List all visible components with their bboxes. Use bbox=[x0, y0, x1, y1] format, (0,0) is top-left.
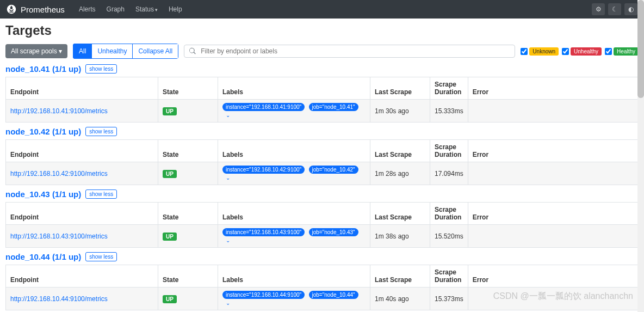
filter-unhealthy[interactable]: Unhealthy bbox=[92, 44, 133, 59]
toggle-unhealthy[interactable]: Unhealthy bbox=[562, 47, 602, 56]
label-pill-instance: instance="192.168.10.43:9100" bbox=[222, 228, 305, 236]
th-state: State bbox=[158, 77, 218, 100]
page-title: Targets bbox=[5, 23, 639, 38]
filter-group: All Unhealthy Collapse All bbox=[73, 44, 178, 59]
collapse-all[interactable]: Collapse All bbox=[133, 44, 178, 59]
brand-text: Prometheus bbox=[21, 5, 65, 14]
th-duration: Scrape Duration bbox=[430, 77, 468, 100]
state-badge: UP bbox=[163, 295, 177, 303]
caret-down-icon: ▾ bbox=[59, 47, 62, 55]
scrape-duration: 17.094ms bbox=[430, 162, 468, 185]
th-duration: Scrape Duration bbox=[430, 140, 468, 162]
expand-labels-icon[interactable]: ⌄ bbox=[226, 300, 230, 306]
nav-help[interactable]: Help bbox=[163, 5, 188, 13]
pool: node_10.43 (1/1 up) show less Endpoint S… bbox=[5, 189, 639, 248]
theme-toggle-moon-icon[interactable]: ☾ bbox=[608, 3, 621, 15]
scrape-pools-dropdown[interactable]: All scrape pools ▾ bbox=[5, 44, 67, 58]
nav-graph[interactable]: Graph bbox=[101, 5, 130, 13]
pool-title[interactable]: node_10.42 (1/1 up) bbox=[5, 127, 81, 136]
targets-table: Endpoint State Labels Last Scrape Scrape… bbox=[5, 202, 639, 248]
table-row: http://192.168.10.44:9100/metrics UP ins… bbox=[6, 287, 639, 310]
th-last-scrape: Last Scrape bbox=[370, 140, 430, 162]
filter-all[interactable]: All bbox=[73, 44, 92, 59]
label-pill-instance: instance="192.168.10.41:9100" bbox=[222, 103, 305, 111]
show-less-button[interactable]: show less bbox=[85, 64, 117, 74]
th-endpoint: Endpoint bbox=[6, 140, 158, 162]
th-duration: Scrape Duration bbox=[430, 265, 468, 287]
th-error: Error bbox=[468, 77, 638, 100]
scrape-duration: 15.373ms bbox=[430, 287, 468, 310]
expand-labels-icon[interactable]: ⌄ bbox=[226, 237, 230, 243]
toggle-healthy[interactable]: Healthy bbox=[605, 47, 639, 56]
scrape-duration: 15.333ms bbox=[430, 100, 468, 123]
table-row: http://192.168.10.41:9100/metrics UP ins… bbox=[6, 100, 639, 123]
th-endpoint: Endpoint bbox=[6, 265, 158, 287]
th-labels: Labels bbox=[218, 140, 370, 162]
targets-table: Endpoint State Labels Last Scrape Scrape… bbox=[5, 77, 639, 123]
label-pill-job: job="node_10.41" bbox=[309, 103, 358, 111]
last-scrape: 1m 28s ago bbox=[370, 162, 430, 185]
endpoint-link[interactable]: http://192.168.10.42:9100/metrics bbox=[10, 170, 108, 178]
last-scrape: 1m 38s ago bbox=[370, 225, 430, 248]
endpoint-link[interactable]: http://192.168.10.44:9100/metrics bbox=[10, 295, 108, 303]
pool-title[interactable]: node_10.44 (1/1 up) bbox=[5, 252, 81, 261]
state-badge: UP bbox=[163, 233, 177, 241]
label-pill-instance: instance="192.168.10.42:9100" bbox=[222, 166, 305, 174]
th-error: Error bbox=[468, 203, 638, 225]
label-pill-job: job="node_10.42" bbox=[309, 166, 358, 174]
search-wrap bbox=[184, 45, 515, 58]
error-cell bbox=[468, 225, 638, 248]
state-badge: UP bbox=[163, 107, 177, 115]
state-badge: UP bbox=[163, 170, 177, 178]
pool-title[interactable]: node_10.43 (1/1 up) bbox=[5, 189, 81, 199]
scrape-duration: 15.520ms bbox=[430, 225, 468, 248]
label-pill-job: job="node_10.43" bbox=[309, 228, 358, 236]
prometheus-logo-icon bbox=[7, 4, 16, 14]
endpoint-link[interactable]: http://192.168.10.43:9100/metrics bbox=[10, 233, 108, 240]
status-filter-badges: Unknown Unhealthy Healthy bbox=[521, 47, 639, 56]
show-less-button[interactable]: show less bbox=[85, 127, 117, 136]
endpoint-link[interactable]: http://192.168.10.41:9100/metrics bbox=[10, 107, 108, 115]
label-pill-instance: instance="192.168.10.44:9100" bbox=[222, 291, 305, 299]
th-last-scrape: Last Scrape bbox=[370, 265, 430, 287]
settings-icon[interactable]: ⚙ bbox=[592, 3, 605, 15]
th-endpoint: Endpoint bbox=[6, 203, 158, 225]
th-labels: Labels bbox=[218, 203, 370, 225]
th-labels: Labels bbox=[218, 77, 370, 100]
controls-row: All scrape pools ▾ All Unhealthy Collaps… bbox=[5, 44, 639, 59]
targets-table: Endpoint State Labels Last Scrape Scrape… bbox=[5, 265, 639, 310]
error-cell bbox=[468, 100, 638, 123]
error-cell bbox=[468, 287, 638, 310]
navbar: Prometheus Alerts Graph Status▾ Help ⚙ ☾… bbox=[0, 0, 644, 19]
scrollbar[interactable] bbox=[637, 0, 644, 312]
expand-labels-icon[interactable]: ⌄ bbox=[226, 175, 230, 181]
pool: node_10.42 (1/1 up) show less Endpoint S… bbox=[5, 127, 639, 185]
theme-toggle-contrast-icon[interactable]: ◐ bbox=[624, 3, 637, 15]
pool: node_10.41 (1/1 up) show less Endpoint S… bbox=[5, 64, 639, 123]
th-state: State bbox=[158, 265, 218, 287]
th-last-scrape: Last Scrape bbox=[370, 203, 430, 225]
table-row: http://192.168.10.43:9100/metrics UP ins… bbox=[6, 225, 639, 248]
th-error: Error bbox=[468, 140, 638, 162]
th-duration: Scrape Duration bbox=[430, 203, 468, 225]
th-state: State bbox=[158, 140, 218, 162]
search-icon bbox=[189, 47, 196, 55]
nav-status[interactable]: Status▾ bbox=[130, 5, 163, 13]
show-less-button[interactable]: show less bbox=[85, 252, 117, 261]
label-pill-job: job="node_10.44" bbox=[309, 291, 358, 299]
error-cell bbox=[468, 162, 638, 185]
th-labels: Labels bbox=[218, 265, 370, 287]
th-last-scrape: Last Scrape bbox=[370, 77, 430, 100]
nav-alerts[interactable]: Alerts bbox=[73, 5, 101, 13]
caret-down-icon: ▾ bbox=[155, 7, 158, 13]
scrollbar-thumb[interactable] bbox=[637, 0, 644, 98]
last-scrape: 1m 30s ago bbox=[370, 100, 430, 123]
pool: node_10.44 (1/1 up) show less Endpoint S… bbox=[5, 252, 639, 310]
th-state: State bbox=[158, 203, 218, 225]
show-less-button[interactable]: show less bbox=[85, 189, 117, 199]
expand-labels-icon[interactable]: ⌄ bbox=[226, 112, 230, 118]
search-input[interactable] bbox=[201, 47, 510, 55]
pool-title[interactable]: node_10.41 (1/1 up) bbox=[5, 64, 81, 74]
toggle-unknown[interactable]: Unknown bbox=[521, 47, 559, 56]
brand[interactable]: Prometheus bbox=[7, 4, 65, 14]
